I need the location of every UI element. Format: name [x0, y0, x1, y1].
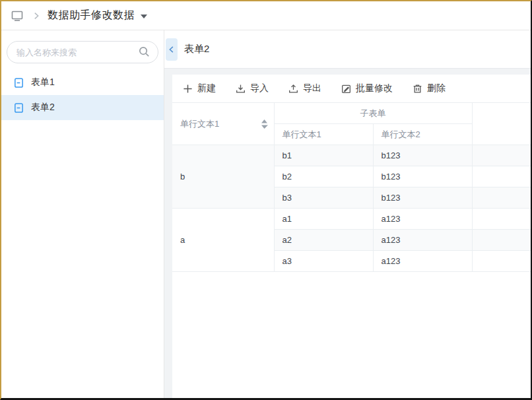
cell: b123 [373, 145, 472, 166]
table-header-row: 单行文本1 子表单 [172, 103, 531, 124]
sidebar-item-label: 表单2 [31, 102, 55, 114]
cell: a123 [373, 209, 472, 230]
breadcrumb-chevron-icon [32, 11, 41, 20]
table-extra-column-cell [472, 209, 531, 230]
subcolumn-header-text1: 单行文本1 [274, 124, 373, 145]
form-doc-icon [13, 77, 24, 88]
batch-edit-button-label: 批量修改 [356, 83, 393, 94]
cell: a123 [373, 230, 472, 251]
cell: b2 [274, 166, 373, 187]
table-extra-column-header [472, 103, 531, 145]
cell: a2 [274, 230, 373, 251]
data-card: 新建 导入 [172, 75, 531, 398]
cell: a123 [373, 251, 472, 272]
toolbar: 新建 导入 [172, 75, 531, 102]
table-extra-column-cell [472, 166, 531, 187]
plus-icon [183, 84, 193, 94]
batch-edit-icon [341, 84, 351, 94]
export-icon [288, 84, 298, 94]
table-row[interactable]: a a1 a123 [172, 209, 531, 230]
form-title: 表单2 [184, 43, 209, 55]
import-button[interactable]: 导入 [236, 83, 269, 94]
search-box [7, 41, 158, 63]
batch-edit-button[interactable]: 批量修改 [341, 83, 393, 94]
export-button[interactable]: 导出 [288, 83, 321, 94]
cell: b123 [373, 187, 472, 209]
export-button-label: 导出 [303, 83, 321, 94]
form-list: 表单1 表单2 [1, 70, 164, 120]
table-extra-column-cell [472, 230, 531, 251]
cell: b123 [373, 166, 472, 187]
table-row[interactable]: b b1 b123 [172, 145, 531, 166]
table-extra-column-cell [472, 251, 531, 272]
sidebar: 表单1 表单2 [1, 30, 164, 398]
sidebar-item-form1[interactable]: 表单1 [1, 70, 164, 95]
data-table: 单行文本1 子表单 [172, 102, 531, 272]
sort-icon[interactable] [261, 119, 268, 129]
app-window-icon[interactable] [11, 9, 24, 22]
breadcrumb-title-dropdown[interactable]: 数据助手修改数据 [48, 9, 147, 22]
top-bar: 数据助手修改数据 [1, 1, 531, 30]
column-header-subform: 子表单 [274, 103, 472, 124]
main-panel: 表单2 新建 [164, 30, 531, 398]
search-icon[interactable] [138, 46, 150, 58]
group-cell: a [172, 209, 274, 272]
app-window: 数据助手修改数据 表单1 [0, 0, 532, 400]
back-chevron-icon [168, 46, 176, 53]
content-area: 新建 导入 [164, 69, 531, 398]
cell: b1 [274, 145, 373, 166]
import-button-label: 导入 [250, 83, 269, 94]
sidebar-item-label: 表单1 [31, 77, 55, 88]
collapse-sidebar-button[interactable] [166, 38, 178, 61]
group-cell: b [172, 145, 274, 209]
form-header: 表单2 [164, 30, 531, 69]
delete-button-label: 删除 [427, 83, 446, 94]
delete-button[interactable]: 删除 [413, 83, 446, 94]
form-doc-icon [13, 102, 24, 114]
import-icon [236, 84, 246, 94]
table-extra-column-cell [472, 145, 531, 166]
new-button-label: 新建 [197, 83, 216, 94]
cell: a1 [274, 209, 373, 230]
search-input[interactable] [7, 41, 158, 63]
new-button[interactable]: 新建 [183, 83, 216, 94]
delete-icon [413, 84, 422, 94]
table-extra-column-cell [472, 187, 531, 209]
dropdown-caret-icon [141, 15, 147, 18]
sidebar-item-form2[interactable]: 表单2 [1, 95, 164, 120]
subcolumn-header-text2: 单行文本2 [373, 124, 472, 145]
data-table-container: 单行文本1 子表单 [172, 102, 531, 272]
cell: b3 [274, 187, 373, 209]
column-header-text1: 单行文本1 [172, 103, 274, 145]
page-title: 数据助手修改数据 [48, 9, 135, 22]
cell: a3 [274, 251, 373, 272]
